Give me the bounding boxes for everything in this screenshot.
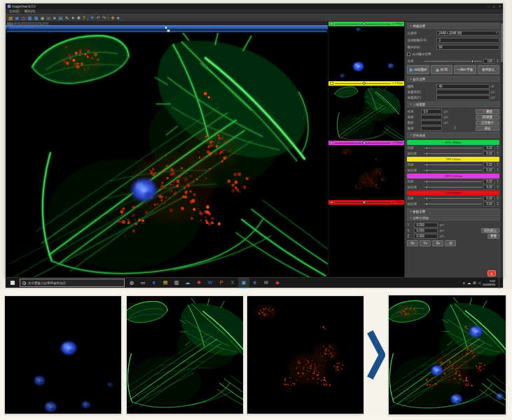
photos-icon[interactable]: ❖	[193, 277, 205, 288]
maximize-button[interactable]: □	[493, 5, 495, 8]
imaging-app-icon[interactable]: ◆	[272, 277, 283, 288]
jog-button-3[interactable]: 停	[445, 240, 456, 246]
auto-exposure-checkbox[interactable]	[407, 52, 410, 56]
jog-button-2[interactable]: Z+	[432, 240, 443, 246]
white-balance-button[interactable]: 一键白平衡	[454, 65, 476, 74]
calibration-input[interactable]: 40	[436, 84, 490, 89]
excel-icon[interactable]: X	[227, 277, 238, 288]
measure-button-3[interactable]: 保存	[476, 126, 499, 131]
jog-button-1[interactable]: Y+	[420, 240, 431, 246]
powerpoint-icon[interactable]: P	[216, 277, 227, 288]
z-slider-handle[interactable]	[167, 29, 170, 32]
measure-input[interactable]	[421, 126, 442, 131]
collapsed-section-0[interactable]: ▾参数设置	[407, 209, 499, 214]
axis-input[interactable]: 0.000	[414, 228, 438, 233]
panel-scrollbar[interactable]	[501, 22, 503, 277]
channel-slider-green[interactable]: z: 4.80µm	[328, 22, 405, 27]
channel-slider-magenta[interactable]: z: 4.80µm	[328, 141, 405, 146]
slider-handle[interactable]	[426, 146, 428, 150]
redo-icon[interactable]: ↷	[102, 15, 106, 20]
slider-handle[interactable]	[363, 141, 366, 144]
stepper[interactable]: ▴▾	[496, 185, 499, 189]
task-view-icon[interactable]: ▭	[137, 277, 148, 288]
close-button[interactable]: ×	[499, 5, 501, 8]
preview-blue-channel[interactable]	[328, 27, 405, 81]
mail-icon[interactable]: ✉	[261, 277, 272, 288]
calibration-input[interactable]	[436, 90, 490, 94]
ie-icon[interactable]: e	[249, 277, 261, 288]
frames-input[interactable]: 2	[436, 38, 499, 43]
slider-handle[interactable]	[363, 82, 366, 85]
live-preview-button[interactable]: 连续预览	[407, 65, 429, 74]
photo-icon[interactable]: ▤	[59, 15, 63, 20]
target-icon[interactable]: ◎	[46, 15, 50, 20]
exposure-input[interactable]: 60	[436, 45, 499, 50]
measure-icon[interactable]: ✦	[71, 15, 74, 20]
measure-input[interactable]	[421, 115, 442, 120]
measure-input[interactable]: 0.0	[421, 109, 442, 114]
channel-level-slider[interactable]	[424, 153, 482, 154]
channel-value[interactable]: 0.00	[483, 146, 494, 150]
export-icon[interactable]: ◫	[21, 15, 25, 20]
measure-button-1[interactable]: 2D测量	[476, 115, 499, 120]
channel-level-slider[interactable]	[424, 164, 482, 165]
edge-icon[interactable]: e	[148, 277, 160, 288]
channel-level-slider[interactable]	[424, 187, 482, 188]
calibration-input[interactable]	[436, 95, 490, 100]
axis-input[interactable]: 0.000	[414, 223, 438, 227]
stepper[interactable]: ▴▾	[496, 179, 499, 183]
save-icon[interactable]: ▣	[15, 15, 19, 20]
channel-value[interactable]: 0.00	[483, 179, 494, 184]
measure-button-0[interactable]: ✖删除	[476, 109, 499, 114]
capture-button[interactable]: ◉拍 照	[431, 65, 452, 74]
store-icon[interactable]: ▥	[171, 277, 182, 288]
axis-button-Z[interactable]: 置零	[487, 234, 499, 239]
tray-expand-icon[interactable]: ∧	[462, 281, 465, 285]
channel-level-slider[interactable]	[424, 204, 482, 204]
start-button[interactable]	[7, 277, 18, 288]
channel-level-slider[interactable]	[424, 170, 482, 171]
taskbar-clock[interactable]: 9:02 2020/6/16	[483, 279, 495, 286]
viewer-app-icon[interactable]: ▣	[238, 277, 249, 288]
channel-level-slider[interactable]	[424, 198, 482, 199]
taskbar-search[interactable]: 在这里输入你要搜索的内容	[20, 279, 125, 287]
show-desktop-button[interactable]	[499, 277, 501, 288]
cloud-icon[interactable]: ☁	[467, 281, 471, 285]
volume-icon[interactable]: ◁	[478, 281, 480, 285]
stepper[interactable]: ▴▾	[496, 168, 499, 172]
image-a-icon[interactable]: ▦	[27, 15, 32, 20]
network-icon[interactable]: ⊞	[473, 281, 476, 285]
onedrive-icon[interactable]: ☁	[182, 277, 193, 288]
slider-handle[interactable]	[426, 152, 428, 155]
pointer-icon[interactable]: ➤	[53, 15, 56, 20]
slider-handle[interactable]	[426, 202, 428, 206]
scrollbar-thumb[interactable]	[501, 23, 503, 62]
menu-item-1[interactable]: 帮助(H)	[25, 10, 35, 13]
brightness-slider[interactable]	[424, 61, 482, 62]
preview-red-channel[interactable]	[328, 146, 405, 200]
section-video-settings[interactable]: ▾ 视频设置	[407, 23, 499, 29]
collapsed-section-1[interactable]: ▾位移台控制	[407, 215, 499, 220]
stepper[interactable]: ▴▾	[453, 126, 457, 130]
minimize-button[interactable]: –	[487, 5, 490, 8]
stepper[interactable]: ▴▾	[496, 59, 499, 63]
gear-icon[interactable]: ✱	[77, 15, 81, 20]
cortana-icon[interactable]: ◍	[126, 277, 137, 288]
axis-input[interactable]: 0.000	[414, 234, 438, 239]
flag-icon[interactable]: ⚑	[90, 15, 95, 20]
stepper[interactable]: ▴▾	[496, 151, 499, 155]
slider-handle[interactable]	[426, 186, 428, 189]
file-explorer-icon[interactable]: ▤	[160, 277, 171, 288]
channel-level-slider[interactable]	[424, 148, 482, 148]
stepper[interactable]: ▴▾	[496, 162, 499, 167]
undo-icon[interactable]: ↶	[97, 15, 100, 20]
resolution-select[interactable]: 2448 x 2048 (M) ▾	[436, 31, 499, 36]
channel-value[interactable]: 0.00	[483, 168, 494, 173]
channel-level-slider[interactable]	[424, 181, 482, 182]
channel-value[interactable]: 0.00	[483, 202, 494, 206]
channel-slider-red[interactable]: z: 4.80µm	[328, 200, 405, 205]
camera-icon[interactable]: ◉	[41, 15, 45, 20]
main-fluorescence-image[interactable]	[6, 33, 328, 277]
stepper[interactable]: ▴▾	[496, 202, 499, 206]
slider-handle[interactable]	[426, 163, 428, 167]
